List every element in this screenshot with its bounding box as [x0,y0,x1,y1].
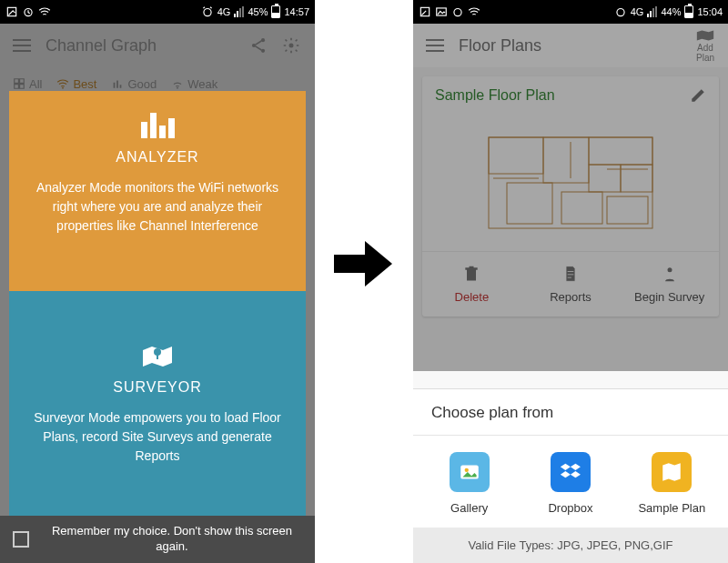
notification-icon [419,5,431,18]
svg-rect-16 [543,137,589,183]
analyzer-icon [139,109,176,138]
svg-point-25 [464,468,468,472]
hamburger-icon[interactable] [13,39,31,52]
image-icon [435,5,448,18]
floor-plan-title: Sample Floor Plan [435,87,555,104]
settings-icon[interactable] [280,35,302,56]
svg-point-8 [177,87,178,89]
analyzer-mode-card[interactable]: ANALYZER Analyzer Mode monitors the WiFi… [9,91,306,291]
svg-rect-22 [607,196,648,224]
clock-time: 14:57 [284,6,309,17]
trash-icon [462,265,480,283]
svg-rect-20 [507,183,552,224]
transition-arrow [315,0,413,563]
analyzer-title: ANALYZER [25,149,289,166]
document-icon [561,265,580,283]
floorplan-drawing [480,128,662,237]
status-bar: 4G 45% 14:57 [0,0,315,24]
hamburger-icon[interactable] [426,39,444,52]
right-screenshot: 4G 44% 15:04 Floor Plans Add Plan Sample… [413,0,728,563]
battery-icon [684,5,693,18]
status-bar: 4G 44% 15:04 [413,0,728,24]
sheet-footer: Valid File Types: JPG, JPEG, PNG,GIF [413,528,728,563]
reports-button[interactable]: Reports [521,252,621,317]
filter-all[interactable]: All [9,77,46,91]
signal-icon [234,6,244,17]
notification-icon [5,5,18,18]
signal-icon [647,6,657,17]
remember-bar: Remember my choice. Don't show this scre… [0,516,315,563]
app-bar: Channel Graph [0,24,315,67]
share-icon[interactable] [248,35,269,56]
svg-point-7 [63,87,65,89]
filter-good[interactable]: Good [107,77,160,91]
begin-survey-button[interactable]: Begin Survey [620,252,719,317]
pin-person-icon [661,265,679,283]
alarm-icon [451,5,464,18]
app-bar-title: Floor Plans [459,36,695,55]
svg-point-6 [289,44,294,48]
battery-icon [271,5,280,18]
floor-plan-card: Sample Floor Plan [422,76,719,317]
surveyor-mode-card[interactable]: SURVEYOR Surveyor Mode empowers you to l… [9,291,306,517]
floor-actions: Delete Reports Begin Survey [422,251,719,317]
svg-point-23 [667,267,672,272]
svg-point-13 [617,9,624,16]
add-plan-button[interactable]: Add Plan [695,28,715,63]
battery-percent: 45% [248,6,268,17]
svg-point-12 [454,9,461,16]
analyzer-desc: Analyzer Mode monitors the WiFi networks… [25,178,289,236]
wifi-status-icon [468,5,480,18]
filter-best[interactable]: Best [53,77,100,91]
alarm-icon [22,5,35,18]
gallery-icon [450,452,490,492]
option-label: Gallery [450,501,488,515]
svg-rect-15 [489,137,543,174]
bottom-sheet: Choose plan from Gallery Dropbox Sample … [413,388,728,563]
svg-rect-21 [561,192,602,224]
left-screenshot: 4G 45% 14:57 Channel Graph All Best Good… [0,0,315,563]
network-type: 4G [631,6,644,17]
app-bar: Floor Plans Add Plan [413,24,728,67]
svg-point-2 [204,9,211,16]
app-bar-title: Channel Graph [46,36,237,55]
floor-plan-image[interactable] [422,115,719,251]
filter-weak[interactable]: Weak [167,77,221,91]
wifi-status-icon [38,5,51,18]
option-label: Sample Plan [638,501,705,515]
delete-button[interactable]: Delete [422,252,521,317]
option-gallery[interactable]: Gallery [419,452,520,515]
sheet-title: Choose plan from [413,389,728,436]
network-type: 4G [217,6,231,17]
edit-icon[interactable] [690,87,706,104]
clock-time: 15:04 [697,6,723,17]
alarm-icon-2 [201,5,214,18]
surveyor-title: SURVEYOR [25,379,289,396]
alarm-icon-2 [614,5,627,18]
map-icon [652,452,692,492]
svg-rect-17 [589,137,652,165]
option-dropbox[interactable]: Dropbox [520,452,621,515]
surveyor-desc: Surveyor Mode empowers you to load Floor… [25,408,289,466]
surveyor-icon [141,343,174,368]
remember-checkbox[interactable] [13,531,29,548]
option-label: Dropbox [548,501,592,515]
option-sample-plan[interactable]: Sample Plan [622,452,723,515]
dropbox-icon [551,452,591,492]
remember-text: Remember my choice. Don't show this scre… [42,524,302,555]
battery-percent: 44% [661,6,681,17]
